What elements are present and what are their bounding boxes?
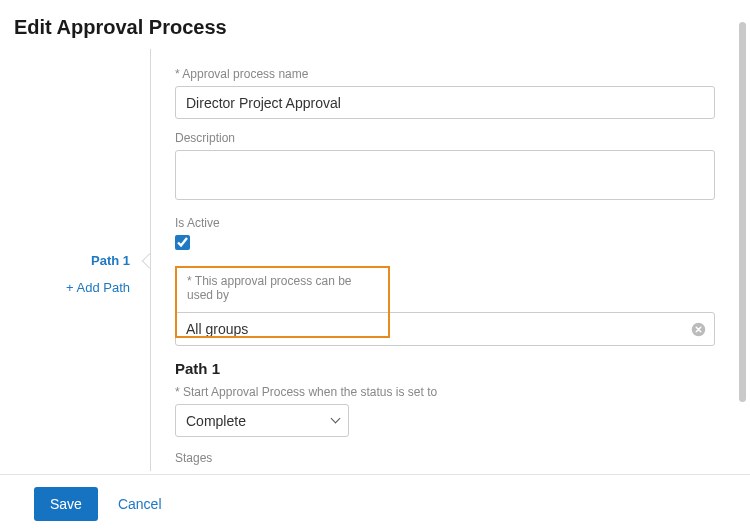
name-label: Approval process name <box>175 67 730 81</box>
is-active-checkbox[interactable] <box>175 235 190 250</box>
scrollbar[interactable] <box>739 22 746 402</box>
used-by-highlight: This approval process can be used by <box>175 266 390 338</box>
is-active-field-group: Is Active <box>175 216 730 254</box>
footer: Save Cancel <box>0 474 750 532</box>
content-panel: Approval process name Description Is Act… <box>150 49 750 471</box>
path-header: Path 1 <box>175 360 730 377</box>
page-title: Edit Approval Process <box>0 0 750 39</box>
name-field-group: Approval process name <box>175 67 730 119</box>
start-status-select-wrap: Complete <box>175 404 349 437</box>
start-status-label: Start Approval Process when the status i… <box>175 385 730 399</box>
save-button[interactable]: Save <box>34 487 98 521</box>
sidebar: Path 1 + Add Path <box>0 49 150 471</box>
approval-process-name-input[interactable] <box>175 86 715 119</box>
start-status-field-group: Start Approval Process when the status i… <box>175 385 730 437</box>
description-textarea[interactable] <box>175 150 715 200</box>
is-active-label: Is Active <box>175 216 730 230</box>
sidebar-item-path-1[interactable]: Path 1 <box>0 249 130 272</box>
main-area: Path 1 + Add Path Approval process name … <box>0 39 750 471</box>
start-status-select[interactable]: Complete <box>175 404 349 437</box>
clear-icon[interactable] <box>691 322 706 337</box>
description-field-group: Description <box>175 131 730 204</box>
description-label: Description <box>175 131 730 145</box>
stages-label: Stages <box>175 451 730 465</box>
cancel-button[interactable]: Cancel <box>118 496 162 512</box>
used-by-label: This approval process can be used by <box>187 274 378 302</box>
add-path-button[interactable]: + Add Path <box>0 280 130 295</box>
